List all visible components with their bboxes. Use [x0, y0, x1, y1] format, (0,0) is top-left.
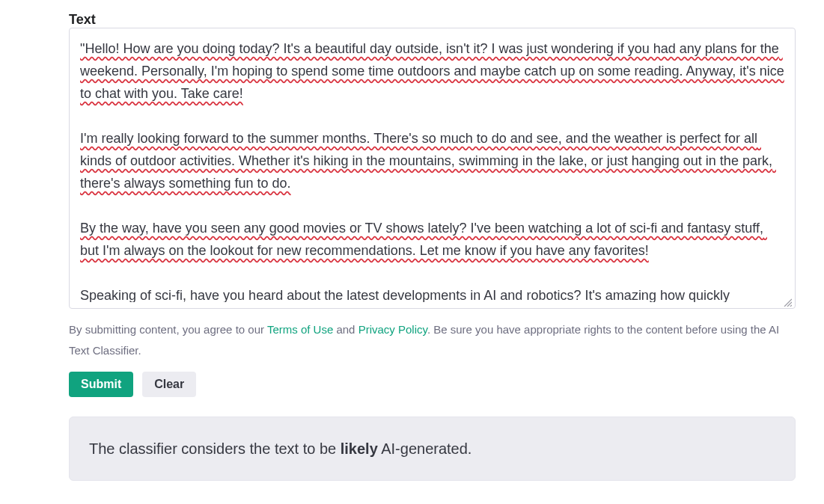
terms-of-use-link[interactable]: Terms of Use: [267, 323, 333, 336]
text-input-container: [69, 28, 796, 309]
clear-button[interactable]: Clear: [142, 372, 196, 397]
result-verdict: likely: [341, 440, 378, 457]
result-pre: The classifier considers the text to be: [89, 440, 341, 457]
disclaimer-and: and: [333, 323, 358, 336]
result-card: The classifier considers the text to be …: [69, 417, 796, 481]
submit-button[interactable]: Submit: [69, 372, 133, 397]
privacy-policy-link[interactable]: Privacy Policy: [358, 323, 427, 336]
button-row: Submit Clear: [69, 372, 796, 397]
disclaimer-pre: By submitting content, you agree to our: [69, 323, 267, 336]
resize-handle-icon[interactable]: [783, 296, 793, 307]
disclaimer-text: By submitting content, you agree to our …: [69, 319, 796, 361]
result-post: AI-generated.: [378, 440, 472, 457]
text-input[interactable]: [80, 37, 784, 302]
text-field-label: Text: [69, 12, 96, 27]
svg-line-2: [790, 305, 792, 307]
